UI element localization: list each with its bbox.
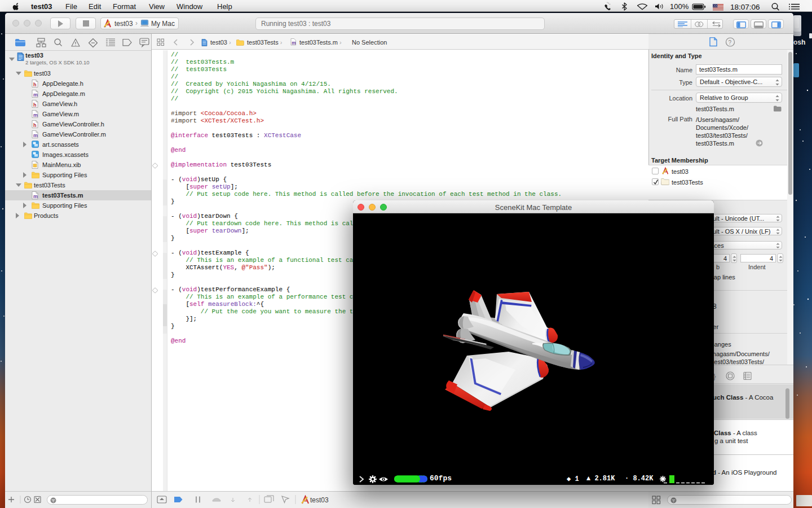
svg-text:h: h: [33, 122, 37, 128]
svg-text:h: h: [33, 102, 37, 108]
svg-text:?: ?: [729, 40, 732, 46]
svg-text:m: m: [33, 194, 38, 199]
svg-text:osh: osh: [793, 38, 805, 46]
svg-text:18:07:06: 18:07:06: [730, 3, 760, 11]
svg-text:100%: 100%: [670, 2, 689, 11]
svg-text:m: m: [292, 40, 296, 46]
svg-text:m: m: [33, 92, 38, 98]
svg-text:m: m: [33, 133, 38, 138]
svg-text:m: m: [33, 112, 38, 118]
svg-text:h: h: [33, 82, 37, 87]
